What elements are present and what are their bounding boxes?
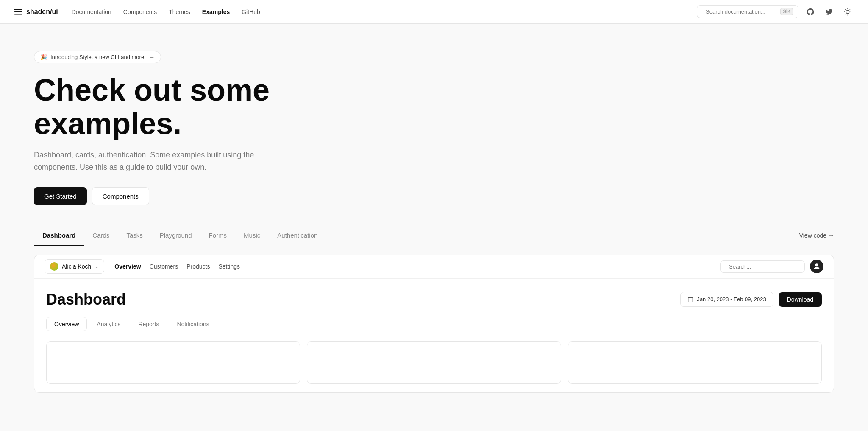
dash-nav-customers[interactable]: Customers (150, 263, 178, 270)
brand-chevron-icon: ⌄ (95, 263, 99, 269)
view-code-label: View code (799, 232, 826, 239)
dashboard-title: Dashboard (46, 291, 126, 308)
dashboard-search[interactable] (720, 260, 805, 273)
tab-playground[interactable]: Playground (151, 226, 200, 246)
svg-point-5 (846, 10, 849, 14)
hero-actions: Get Started Components (34, 187, 834, 205)
stat-card-2 (307, 341, 561, 384)
svg-line-8 (845, 9, 846, 10)
inner-tab-overview[interactable]: Overview (46, 317, 87, 331)
dash-nav-settings[interactable]: Settings (218, 263, 240, 270)
tab-dashboard[interactable]: Dashboard (34, 226, 84, 246)
twitter-icon-button[interactable] (822, 5, 836, 19)
navbar-links: Documentation Components Themes Examples… (72, 8, 683, 15)
calendar-icon (687, 297, 693, 302)
twitter-icon (825, 8, 833, 16)
nav-link-documentation[interactable]: Documentation (72, 8, 111, 15)
examples-tab-bar: Dashboard Cards Tasks Playground Forms M… (34, 226, 834, 246)
brand-logo[interactable]: shadcn/ui (14, 7, 58, 17)
hero-section: 🎉 Introducing Style, a new CLI and more.… (0, 24, 868, 226)
stat-card-1 (46, 341, 300, 384)
svg-line-12 (845, 14, 846, 14)
theme-toggle-button[interactable] (841, 5, 854, 19)
svg-rect-17 (688, 297, 693, 302)
tab-forms[interactable]: Forms (200, 226, 236, 246)
dashboard-header-right: Jan 20, 2023 - Feb 09, 2023 Download (680, 292, 822, 307)
nav-link-examples[interactable]: Examples (202, 8, 230, 15)
nav-link-themes[interactable]: Themes (169, 8, 190, 15)
dashboard-brand[interactable]: Alicia Koch ⌄ (45, 259, 104, 274)
view-code-link[interactable]: View code → (799, 226, 834, 245)
search-kbd: ⌘K (780, 8, 793, 15)
stat-cards-row (46, 341, 822, 384)
navbar-right: ⌘K (697, 5, 854, 19)
navbar: shadcn/ui Documentation Components Theme… (0, 0, 868, 24)
tab-music[interactable]: Music (235, 226, 269, 246)
dashboard-content-header: Dashboard Jan 20, 2023 - Feb 09, 2023 Do… (46, 291, 822, 308)
sun-icon (844, 8, 851, 16)
inner-tab-analytics[interactable]: Analytics (89, 317, 128, 331)
examples-section: Dashboard Cards Tasks Playground Forms M… (0, 226, 868, 393)
svg-point-16 (815, 264, 818, 267)
inner-tab-reports[interactable]: Reports (130, 317, 167, 331)
get-started-button[interactable]: Get Started (34, 187, 87, 205)
brand-dot (50, 262, 58, 271)
date-range-button[interactable]: Jan 20, 2023 - Feb 09, 2023 (680, 292, 773, 307)
dashboard-nav-links: Overview Customers Products Settings (114, 263, 240, 270)
nav-link-github[interactable]: GitHub (242, 8, 260, 15)
hero-badge[interactable]: 🎉 Introducing Style, a new CLI and more.… (34, 51, 161, 63)
tab-cards[interactable]: Cards (84, 226, 118, 246)
tab-tasks[interactable]: Tasks (118, 226, 151, 246)
view-code-arrow: → (828, 232, 834, 239)
inner-tab-notifications[interactable]: Notifications (169, 317, 217, 331)
download-button[interactable]: Download (779, 292, 822, 307)
hero-badge-text: Introducing Style, a new CLI and more. (50, 54, 146, 60)
shadcn-logo-icon (14, 7, 23, 17)
dashboard-preview: Alicia Koch ⌄ Overview Customers Product… (34, 255, 834, 393)
dash-nav-overview[interactable]: Overview (114, 263, 141, 270)
brand-name: shadcn/ui (26, 8, 58, 16)
date-range-label: Jan 20, 2023 - Feb 09, 2023 (697, 296, 766, 302)
dashboard-navbar: Alicia Koch ⌄ Overview Customers Product… (34, 255, 834, 279)
github-icon-button[interactable] (804, 5, 817, 19)
dashboard-nav-right (720, 260, 823, 273)
search-bar[interactable]: ⌘K (697, 5, 798, 18)
search-input[interactable] (706, 8, 777, 15)
nav-link-components[interactable]: Components (123, 8, 157, 15)
stat-card-3 (568, 341, 822, 384)
components-button[interactable]: Components (92, 187, 149, 205)
svg-line-9 (850, 14, 850, 14)
dashboard-brand-name: Alicia Koch (62, 263, 91, 270)
hero-badge-emoji: 🎉 (40, 54, 47, 60)
hero-subtitle: Dashboard, cards, authentication. Some e… (34, 149, 263, 174)
avatar-icon (812, 262, 821, 271)
dashboard-search-input[interactable] (729, 263, 800, 270)
hero-badge-arrow: → (149, 54, 155, 60)
dash-nav-products[interactable]: Products (186, 263, 210, 270)
dashboard-content: Dashboard Jan 20, 2023 - Feb 09, 2023 Do… (34, 279, 834, 392)
tab-bar-right: View code → (799, 226, 834, 245)
hero-title: Check out some examples. (34, 73, 373, 140)
dashboard-inner-tabs: Overview Analytics Reports Notifications (46, 317, 822, 331)
user-avatar[interactable] (810, 260, 823, 273)
svg-line-13 (850, 9, 850, 10)
github-icon (806, 8, 815, 16)
tab-authentication[interactable]: Authentication (269, 226, 326, 246)
